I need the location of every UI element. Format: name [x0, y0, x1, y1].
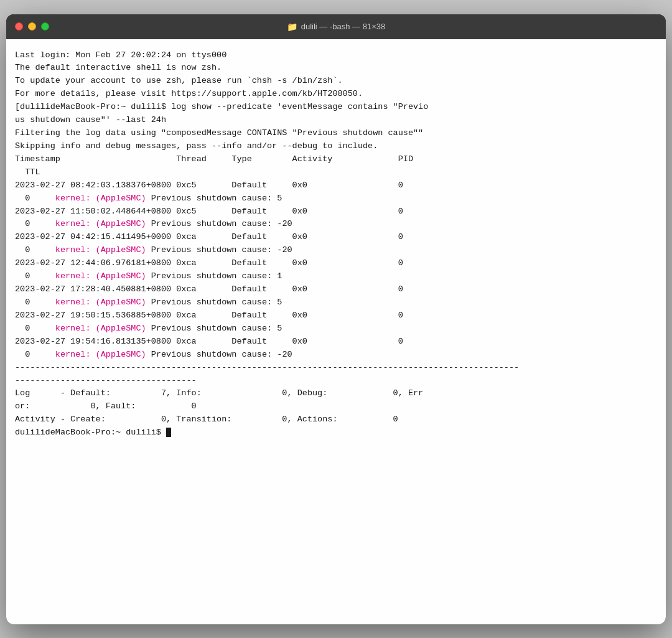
title-text: dulili — -bash — 81×38: [301, 22, 386, 31]
terminal-line: To update your account to use zsh, pleas…: [15, 75, 657, 88]
maximize-button[interactable]: [41, 22, 49, 30]
terminal-line: The default interactive shell is now zsh…: [15, 62, 657, 75]
traffic-lights: [15, 22, 49, 30]
terminal-line: Activity - Create: 0, Transition: 0, Act…: [15, 413, 657, 426]
terminal-line: 2023-02-27 17:28:40.450881+0800 0xca Def…: [15, 283, 657, 296]
terminal-line: 0 kernel: (AppleSMC) Previous shutdown c…: [15, 218, 657, 231]
terminal-line: 2023-02-27 19:54:16.813135+0800 0xca Def…: [15, 335, 657, 349]
terminal-line: or: 0, Fault: 0: [15, 400, 657, 413]
terminal-cursor: [166, 428, 171, 437]
terminal-line: Skipping info and debug messages, pass -…: [15, 140, 657, 153]
terminal-line: 0 kernel: (AppleSMC) Previous shutdown c…: [15, 322, 657, 335]
close-button[interactable]: [15, 22, 23, 30]
minimize-button[interactable]: [28, 22, 36, 30]
terminal-line: 0 kernel: (AppleSMC) Previous shutdown c…: [15, 296, 657, 309]
titlebar: 📁 dulili — -bash — 81×38: [6, 14, 666, 39]
terminal-line: us shutdown cause"' --last 24h: [15, 114, 657, 127]
terminal-line: Log - Default: 7, Info: 0, Debug: 0, Err: [15, 387, 657, 400]
terminal-line: 2023-02-27 11:50:02.448644+0800 0xc5 Def…: [15, 205, 657, 218]
terminal-line: [dulilideMacBook-Pro:~ dulili$ log show …: [15, 101, 657, 114]
terminal-line: 2023-02-27 08:42:03.138376+0800 0xc5 Def…: [15, 179, 657, 192]
window-title: 📁 dulili — -bash — 81×38: [287, 22, 386, 32]
folder-icon: 📁: [287, 22, 297, 32]
terminal-line: 0 kernel: (AppleSMC) Previous shutdown c…: [15, 270, 657, 283]
terminal-line: 0 kernel: (AppleSMC) Previous shutdown c…: [15, 244, 657, 257]
terminal-line: ------------------------------------: [15, 375, 657, 388]
terminal-line: dulilideMacBook-Pro:~ dulili$: [15, 426, 657, 439]
terminal-line: Timestamp Thread Type Activity PID: [15, 153, 657, 166]
terminal-line: For more details, please visit https://s…: [15, 88, 657, 101]
terminal-line: Last login: Mon Feb 27 20:02:24 on ttys0…: [15, 49, 657, 62]
terminal-body[interactable]: Last login: Mon Feb 27 20:02:24 on ttys0…: [6, 39, 666, 624]
terminal-line: ----------------------------------------…: [15, 362, 657, 375]
terminal-line: 0 kernel: (AppleSMC) Previous shutdown c…: [15, 349, 657, 362]
terminal-line: Filtering the log data using "composedMe…: [15, 127, 657, 140]
terminal-line: 0 kernel: (AppleSMC) Previous shutdown c…: [15, 192, 657, 205]
terminal-line: TTL: [15, 166, 657, 179]
terminal-window: 📁 dulili — -bash — 81×38 Last login: Mon…: [6, 14, 666, 624]
terminal-line: 2023-02-27 12:44:06.976181+0800 0xca Def…: [15, 257, 657, 270]
terminal-line: 2023-02-27 19:50:15.536885+0800 0xca Def…: [15, 309, 657, 322]
terminal-line: 2023-02-27 04:42:15.411495+0000 0xca Def…: [15, 231, 657, 244]
